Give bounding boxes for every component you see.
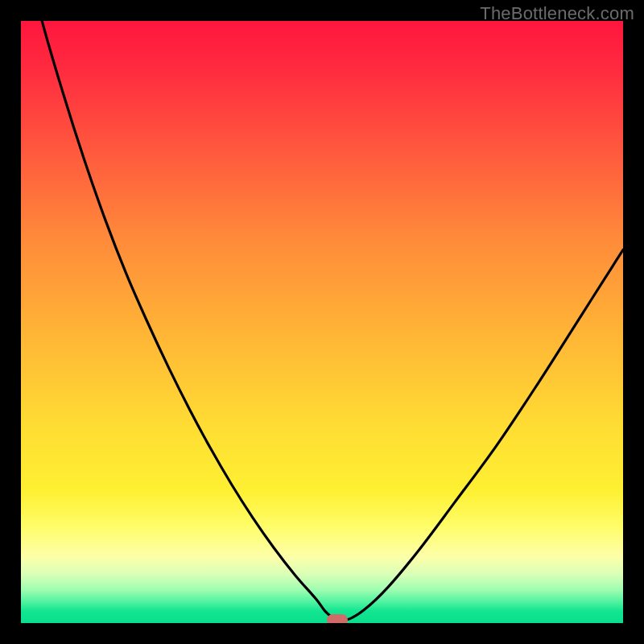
bottleneck-curve	[21, 21, 623, 623]
plot-area	[21, 21, 623, 623]
watermark-text: TheBottleneck.com	[480, 3, 634, 24]
chart-frame: TheBottleneck.com	[0, 0, 644, 644]
optimal-point-marker	[327, 614, 348, 623]
